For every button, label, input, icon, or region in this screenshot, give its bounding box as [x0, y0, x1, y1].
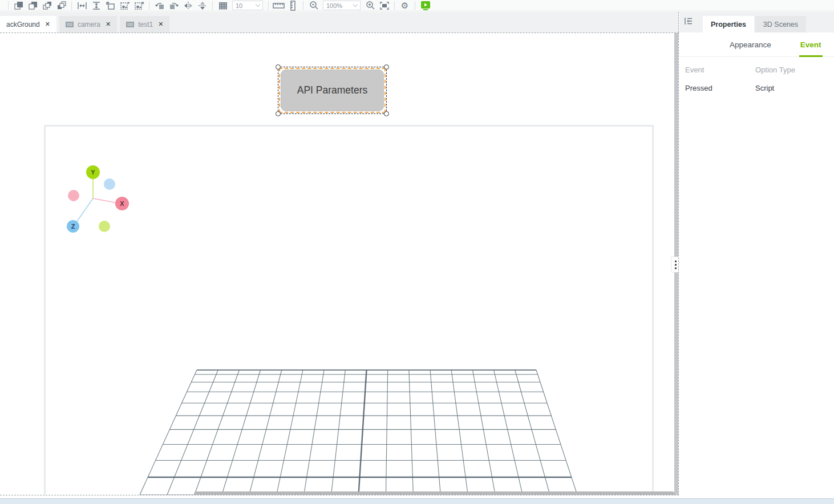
api-parameters-button[interactable]: API Parameters — [281, 70, 384, 111]
properties-panel: Appearance Event Event Option Type Press… — [679, 32, 834, 498]
close-icon[interactable]: ✕ — [106, 21, 111, 28]
resize-handle-bottom-right[interactable] — [384, 111, 389, 116]
tab-background[interactable]: ackGround ✕ — [0, 16, 56, 32]
option-type-column-header: Option Type — [755, 66, 834, 74]
resize-handle-top-left[interactable] — [276, 64, 281, 70]
toolbar-separator — [8, 1, 9, 10]
panel-collapse-icon[interactable] — [682, 16, 695, 27]
chevron-down-icon — [256, 2, 260, 7]
zoom-level-value: 100% — [326, 2, 342, 9]
resize-icon[interactable] — [103, 0, 118, 11]
horizontal-spacing-icon[interactable] — [75, 0, 89, 11]
zoom-in-icon[interactable] — [363, 0, 377, 11]
screen-tabbar: ackGround ✕ camera ✕ test1 ✕ — [0, 12, 679, 32]
tab-label: camera — [78, 21, 100, 29]
design-canvas[interactable]: Y X Z API Parameters — [0, 32, 679, 495]
event-column-header: Event — [679, 66, 755, 74]
toolbar-separator — [415, 1, 415, 10]
toolbar-separator — [149, 1, 149, 10]
ruler-horizontal-icon[interactable] — [272, 0, 286, 11]
tab-3d-scenes[interactable]: 3D Scenes — [755, 16, 806, 32]
bring-to-front-icon[interactable] — [11, 0, 26, 11]
tab-test1[interactable]: test1 ✕ — [120, 16, 169, 32]
properties-subtabs: Appearance Event — [679, 32, 834, 57]
resize-handle-bottom-left[interactable] — [276, 111, 281, 116]
ungroup-icon[interactable] — [132, 0, 146, 11]
zoom-level-dropdown[interactable]: 100% — [323, 1, 361, 10]
grid-size-value: 10 — [236, 2, 242, 9]
grid-toggle-icon[interactable] — [216, 0, 230, 11]
toolbar: 10 100% ⚙ — [0, 0, 834, 11]
event-table-header: Event Option Type — [679, 60, 834, 79]
option-type-cell: Script — [755, 84, 834, 92]
rotate-cw-icon[interactable] — [167, 0, 181, 11]
close-icon[interactable]: ✕ — [45, 21, 50, 28]
settings-gear-icon[interactable]: ⚙ — [398, 0, 412, 11]
chevron-down-icon — [353, 2, 358, 7]
selection-marquee: API Parameters — [278, 67, 387, 114]
screen-icon — [126, 22, 134, 27]
run-preview-icon[interactable] — [418, 0, 432, 11]
event-cell: Pressed — [679, 84, 755, 92]
vertical-spacing-icon[interactable] — [89, 0, 103, 11]
panel-splitter-handle[interactable] — [671, 257, 679, 273]
flip-horizontal-icon[interactable] — [181, 0, 195, 11]
screen-icon — [66, 22, 74, 27]
ruler-vertical-icon[interactable] — [286, 0, 300, 11]
rotate-ccw-icon[interactable] — [152, 0, 167, 11]
grid-size-dropdown[interactable]: 10 — [232, 1, 263, 10]
tab-label: ackGround — [6, 21, 40, 29]
subtab-appearance[interactable]: Appearance — [730, 32, 771, 57]
scene-frame — [44, 125, 654, 495]
event-table-row[interactable]: Pressed Script — [679, 79, 834, 97]
close-icon[interactable]: ✕ — [158, 21, 163, 28]
toolbar-separator — [268, 1, 269, 10]
toolbar-separator — [303, 1, 303, 10]
tab-camera[interactable]: camera ✕ — [59, 16, 117, 32]
bring-forward-icon[interactable] — [40, 0, 54, 11]
group-icon[interactable] — [118, 0, 132, 11]
fit-screen-icon[interactable] — [377, 0, 391, 11]
toolbar-separator — [394, 1, 395, 10]
resize-handle-top-right[interactable] — [384, 64, 389, 70]
panel-tabbar: Properties 3D Scenes — [679, 12, 834, 32]
toolbar-separator — [71, 1, 72, 10]
tab-properties[interactable]: Properties — [703, 16, 754, 32]
subtab-event[interactable]: Event — [800, 32, 821, 57]
tab-label: test1 — [138, 21, 153, 29]
send-to-back-icon[interactable] — [26, 0, 40, 11]
app-window: 10 100% ⚙ — [0, 0, 834, 504]
status-bar — [0, 498, 834, 504]
zoom-out-icon[interactable] — [306, 0, 321, 11]
horizontal-scrollbar[interactable] — [194, 491, 675, 495]
send-backward-icon[interactable] — [54, 0, 68, 11]
flip-vertical-icon[interactable] — [195, 0, 209, 11]
event-table: Event Option Type Pressed Script — [679, 57, 834, 97]
toolbar-separator — [212, 1, 213, 10]
